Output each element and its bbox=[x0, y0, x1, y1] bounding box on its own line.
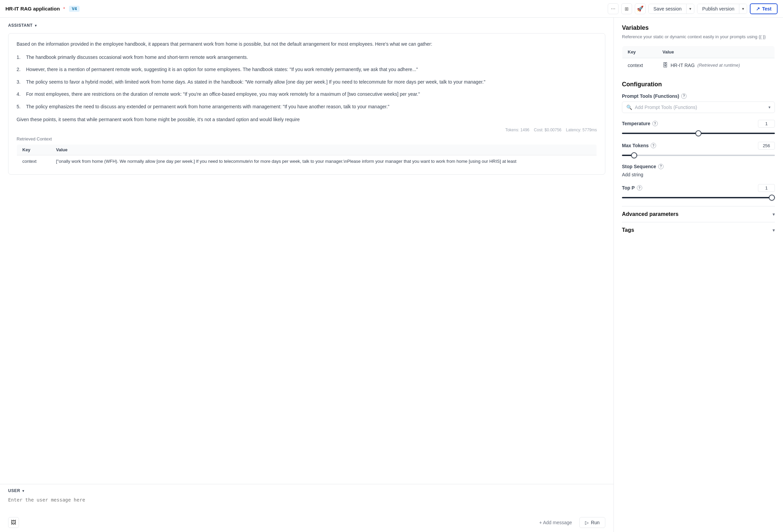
add-message-button[interactable]: + Add message bbox=[534, 518, 577, 527]
user-toolbar: 🖼 + Add message ▷ Run bbox=[0, 514, 613, 532]
add-string-link[interactable]: Add string bbox=[622, 172, 643, 177]
list-item: 4. For most employees, there are restric… bbox=[17, 90, 597, 98]
tokens-info: Tokens: 1496 Cost: $0.00756 Latency: 577… bbox=[17, 128, 597, 132]
rocket-icon: 🚀 bbox=[637, 5, 644, 12]
test-button[interactable]: ↗ Test bbox=[750, 3, 778, 14]
max-tokens-value: 256 bbox=[758, 142, 775, 150]
list-text-4: For most employees, there are restrictio… bbox=[26, 90, 420, 98]
tags-chevron-icon: ▾ bbox=[773, 227, 775, 233]
max-tokens-section: Max Tokens ? 256 bbox=[622, 142, 775, 157]
temperature-value: 1 bbox=[758, 120, 775, 128]
advanced-parameters-section[interactable]: Advanced parameters ▾ bbox=[622, 206, 775, 222]
right-panel: Variables Reference your static or dynam… bbox=[614, 18, 783, 532]
advanced-parameters-title: Advanced parameters bbox=[622, 211, 678, 217]
image-attach-button[interactable]: 🖼 bbox=[8, 517, 19, 528]
max-tokens-label-row: Max Tokens ? 256 bbox=[622, 142, 775, 150]
save-session-chevron[interactable]: ▾ bbox=[686, 4, 694, 14]
temperature-label-row: Temperature ? 1 bbox=[622, 120, 775, 128]
list-item: 2. However, there is a mention of perman… bbox=[17, 66, 597, 73]
list-text-3: The policy seems to favor a hybrid model… bbox=[26, 78, 485, 86]
list-item: 1. The handbook primarily discusses occa… bbox=[17, 53, 597, 61]
list-text-2: However, there is a mention of permanent… bbox=[26, 66, 418, 73]
list-text-1: The handbook primarily discusses occasio… bbox=[26, 53, 248, 61]
latency-text: Latency: 5779ms bbox=[566, 128, 597, 132]
configuration-section: Configuration Prompt Tools (Functions) ?… bbox=[622, 81, 775, 238]
variables-section: Variables Reference your static or dynam… bbox=[622, 24, 775, 73]
more-options-button[interactable]: ··· bbox=[608, 3, 619, 14]
search-icon: 🔍 bbox=[626, 105, 632, 110]
user-message-input[interactable] bbox=[8, 496, 605, 509]
top-p-slider[interactable] bbox=[622, 197, 775, 198]
deploy-button[interactable]: 🚀 bbox=[635, 3, 646, 14]
database-icon: 🗄 bbox=[663, 62, 668, 68]
app-title: HR-IT RAG application bbox=[5, 6, 60, 12]
max-tokens-slider[interactable] bbox=[622, 155, 775, 156]
context-table-key-header: Key bbox=[17, 145, 51, 155]
retrieved-context: Retrieved Context Key Value context ["on… bbox=[17, 136, 597, 168]
configuration-title: Configuration bbox=[622, 81, 775, 88]
list-text-5: The policy emphasizes the need to discus… bbox=[26, 103, 389, 110]
prompt-tools-input[interactable]: 🔍 Add Prompt Tools (Functions) ▾ bbox=[622, 102, 775, 113]
save-session-button[interactable]: Save session bbox=[649, 4, 686, 14]
max-tokens-label: Max Tokens ? bbox=[622, 143, 656, 148]
list-num-4: 4. bbox=[17, 90, 23, 98]
stop-sequence-help-icon[interactable]: ? bbox=[658, 164, 664, 169]
image-icon: 🖼 bbox=[11, 519, 16, 526]
vars-value-text: HR-IT RAG bbox=[671, 63, 695, 68]
top-p-label-text: Top P bbox=[622, 185, 635, 191]
user-label: USER bbox=[8, 488, 20, 493]
top-p-value: 1 bbox=[758, 184, 775, 192]
temperature-slider[interactable] bbox=[622, 133, 775, 134]
assistant-header: ASSISTANT ▾ bbox=[8, 23, 605, 28]
main-content: ASSISTANT ▾ Based on the information pro… bbox=[0, 18, 783, 532]
publish-version-chevron[interactable]: ▾ bbox=[739, 4, 747, 14]
vars-key-cell: context bbox=[622, 58, 657, 72]
assistant-content-box: Based on the information provided in the… bbox=[8, 33, 605, 175]
temperature-help-icon[interactable]: ? bbox=[652, 121, 658, 126]
modified-indicator: * bbox=[63, 6, 65, 12]
user-input-area bbox=[0, 496, 613, 514]
assistant-list: 1. The handbook primarily discusses occa… bbox=[17, 53, 597, 110]
assistant-conclusion: Given these points, it seems that while … bbox=[17, 116, 597, 124]
list-item: 5. The policy emphasizes the need to dis… bbox=[17, 103, 597, 110]
temperature-label: Temperature ? bbox=[622, 121, 658, 126]
user-section: USER ▾ 🖼 + Add message ▷ Run bbox=[0, 484, 613, 532]
list-num-5: 5. bbox=[17, 103, 23, 110]
user-header: USER ▾ bbox=[0, 484, 613, 496]
table-row: context ["onally work from home (WFH). W… bbox=[17, 155, 597, 168]
publish-version-button[interactable]: Publish version bbox=[697, 4, 739, 14]
max-tokens-help-icon[interactable]: ? bbox=[651, 143, 656, 148]
run-button[interactable]: ▷ Run bbox=[579, 517, 605, 528]
grid-view-button[interactable]: ⊞ bbox=[621, 3, 632, 14]
vars-value-header: Value bbox=[657, 46, 775, 58]
prompt-tools-help-icon[interactable]: ? bbox=[681, 93, 687, 99]
table-row: context 🗄 HR-IT RAG (Retrieved at runtim… bbox=[622, 58, 775, 72]
tags-section[interactable]: Tags ▾ bbox=[622, 222, 775, 238]
assistant-label: ASSISTANT bbox=[8, 23, 33, 28]
header: HR-IT RAG application * V4 ··· ⊞ 🚀 Save … bbox=[0, 0, 783, 18]
prompt-tools-section: Prompt Tools (Functions) ? 🔍 Add Prompt … bbox=[622, 93, 775, 113]
test-chart-icon: ↗ bbox=[756, 6, 760, 12]
top-p-help-icon[interactable]: ? bbox=[637, 185, 642, 191]
vars-key-header: Key bbox=[622, 46, 657, 58]
context-key-cell: context bbox=[17, 155, 51, 168]
dots-icon: ··· bbox=[611, 6, 615, 12]
context-table: Key Value context ["onally work from hom… bbox=[17, 144, 597, 168]
left-panel: ASSISTANT ▾ Based on the information pro… bbox=[0, 18, 614, 532]
publish-version-group: Publish version ▾ bbox=[697, 4, 747, 14]
top-p-section: Top P ? 1 bbox=[622, 184, 775, 199]
variables-title: Variables bbox=[622, 24, 775, 31]
save-session-group: Save session ▾ bbox=[648, 4, 694, 14]
stop-sequence-label-text: Stop Sequence bbox=[622, 164, 656, 169]
run-play-icon: ▷ bbox=[585, 520, 589, 525]
runtime-badge: (Retrieved at runtime) bbox=[697, 63, 740, 68]
assistant-intro: Based on the information provided in the… bbox=[17, 40, 597, 48]
advanced-parameters-chevron-icon: ▾ bbox=[773, 212, 775, 217]
context-value-cell: ["onally work from home (WFH). We normal… bbox=[51, 155, 597, 168]
run-label: Run bbox=[591, 520, 600, 525]
variables-table: Key Value context 🗄 HR-IT RAG (Retrieved… bbox=[622, 46, 775, 73]
prompt-tools-label: Prompt Tools (Functions) ? bbox=[622, 93, 775, 99]
assistant-chevron-icon: ▾ bbox=[35, 24, 37, 27]
version-badge: V4 bbox=[69, 6, 80, 12]
stop-sequence-section: Stop Sequence ? Add string bbox=[622, 164, 775, 177]
